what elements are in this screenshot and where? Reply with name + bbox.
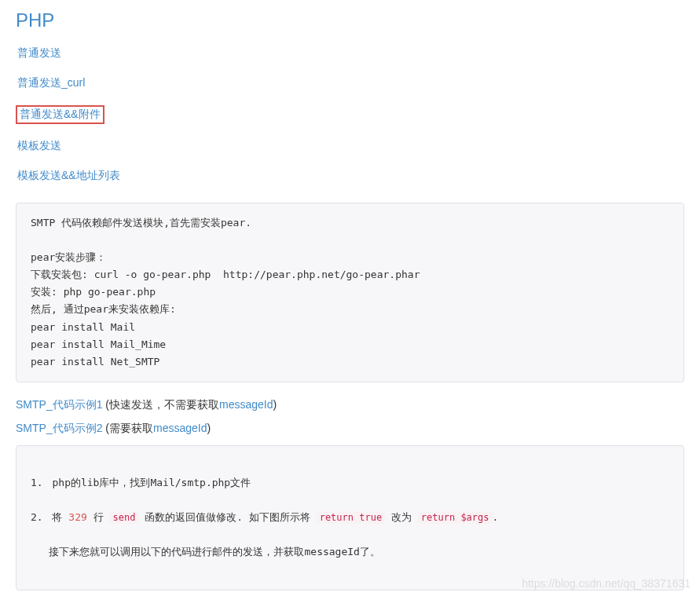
step-p5: . — [493, 511, 499, 523]
example-note-2a: (需要获取 — [102, 422, 153, 434]
step-code-2: return true — [317, 511, 385, 524]
step-code-3: return $args — [418, 511, 493, 524]
step-line-1: 1. php的lib库中，找到Mail/smtp.php文件 — [31, 474, 669, 492]
step-lineref: 329 — [68, 511, 86, 523]
step-line-3: 接下来您就可以调用以下的代码进行邮件的发送，并获取messageId了。 — [31, 543, 669, 561]
step-p1: 将 — [52, 511, 68, 523]
step-p2: 行 — [87, 511, 110, 523]
messageid-link-2[interactable]: messageId — [153, 422, 207, 434]
example-note-2b: ) — [207, 422, 211, 434]
example-note-1a: (快速发送，不需要获取 — [102, 398, 219, 411]
nav-link-0[interactable]: 普通发送 — [16, 46, 63, 61]
step-code-1: send — [109, 511, 138, 524]
example-row-2: SMTP_代码示例2 (需要获取messageId) — [16, 422, 684, 436]
nav-link-4[interactable]: 模板发送&&地址列表 — [16, 168, 122, 184]
step-p3: 函数的返回值做修改. 如下图所示将 — [138, 511, 316, 523]
step-num-2: 2. — [31, 511, 43, 523]
nav-links: 普通发送普通发送_curl普通发送&&附件模板发送模板发送&&地址列表 — [16, 46, 684, 192]
page-title: PHP — [16, 9, 684, 31]
nav-link-1[interactable]: 普通发送_curl — [16, 75, 86, 91]
example-row-1: SMTP_代码示例1 (快速发送，不需要获取messageId) — [16, 398, 684, 412]
step-text-1: php的lib库中，找到Mail/smtp.php文件 — [52, 477, 251, 488]
example-link-1[interactable]: SMTP_代码示例1 — [16, 398, 102, 411]
nav-link-2[interactable]: 普通发送&&附件 — [16, 105, 104, 124]
steps-code-block: 1. php的lib库中，找到Mail/smtp.php文件 2. 将 329 … — [16, 445, 684, 591]
step-line-2: 2. 将 329 行 send 函数的返回值做修改. 如下图所示将 return… — [31, 509, 669, 526]
step-p4: 改为 — [385, 511, 418, 523]
install-code-block: SMTP 代码依赖邮件发送模块,首先需安装pear. pear安装步骤： 下载安… — [16, 203, 684, 382]
messageid-link-1[interactable]: messageId — [219, 398, 273, 411]
example-link-2[interactable]: SMTP_代码示例2 — [16, 422, 102, 434]
example-note-1b: ) — [273, 398, 277, 411]
step-num-1: 1. — [31, 477, 43, 488]
nav-link-3[interactable]: 模板发送 — [16, 138, 63, 154]
